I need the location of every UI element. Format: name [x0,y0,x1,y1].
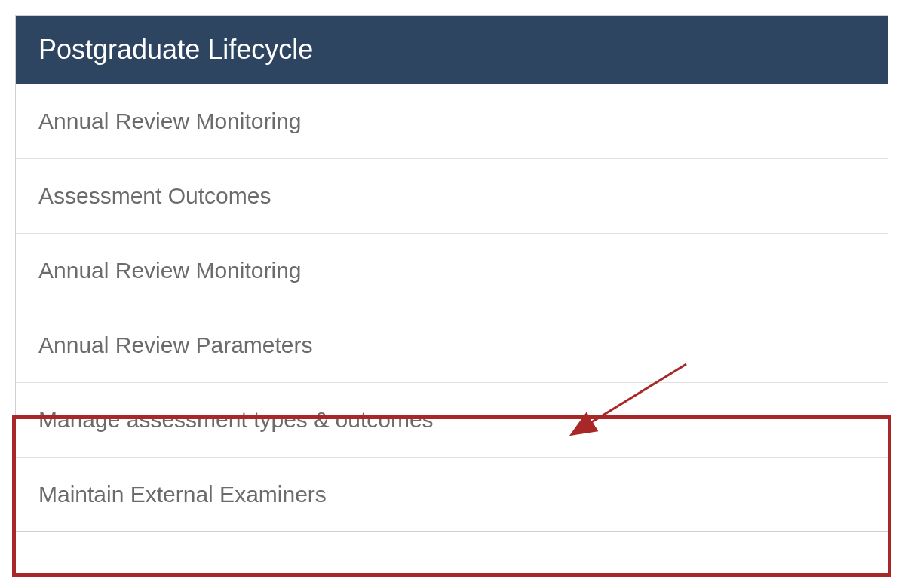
menu-list: Annual Review Monitoring Assessment Outc… [16,84,888,531]
menu-item-label: Assessment Outcomes [38,183,271,208]
menu-item-label: Annual Review Parameters [38,332,313,357]
panel-title: Postgraduate Lifecycle [16,16,888,84]
menu-item-label: Manage assessment types & outcomes [38,407,434,432]
menu-item-label: Annual Review Monitoring [38,109,302,133]
postgraduate-lifecycle-panel: Postgraduate Lifecycle Annual Review Mon… [15,15,888,532]
menu-item-label: Maintain External Examiners [38,482,327,507]
menu-item-annual-review-monitoring-2[interactable]: Annual Review Monitoring [16,234,888,308]
menu-item-label: Annual Review Monitoring [38,258,302,283]
menu-item-annual-review-monitoring[interactable]: Annual Review Monitoring [16,84,888,159]
menu-item-annual-review-parameters[interactable]: Annual Review Parameters [16,308,888,383]
menu-item-manage-assessment-types[interactable]: Manage assessment types & outcomes [16,383,888,458]
menu-item-maintain-external-examiners[interactable]: Maintain External Examiners [16,458,888,531]
menu-item-assessment-outcomes[interactable]: Assessment Outcomes [16,159,888,234]
